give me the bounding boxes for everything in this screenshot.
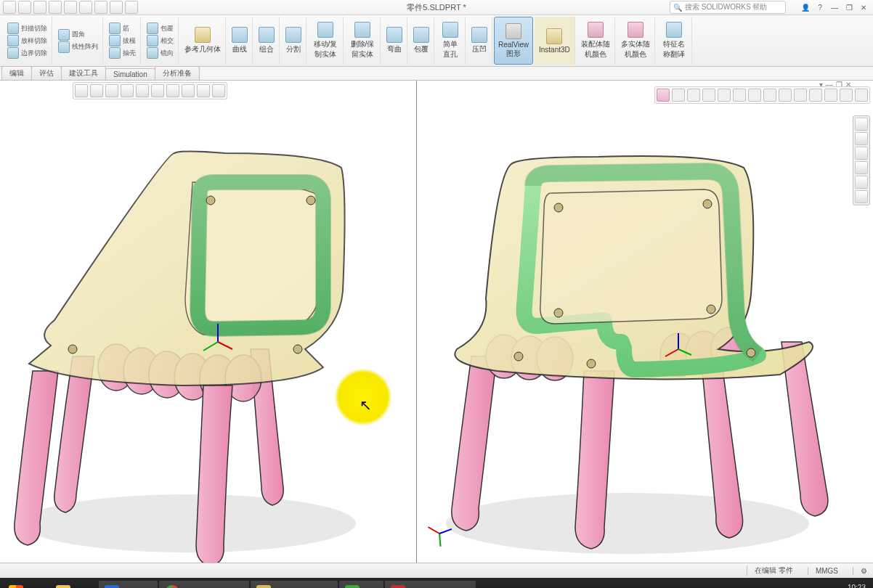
task-pane xyxy=(853,115,870,205)
select-icon[interactable] xyxy=(79,1,92,14)
svg-point-27 xyxy=(747,348,755,357)
ribbon-refgeom[interactable]: 参考几何体 xyxy=(180,17,226,65)
tab-tools[interactable]: 建设工具 xyxy=(61,66,106,80)
svg-point-21 xyxy=(554,203,563,212)
svg-point-7 xyxy=(206,196,215,205)
minimize-button[interactable]: — xyxy=(828,2,841,12)
graphics-area[interactable]: ▾ — ❐ ✕ xyxy=(0,81,873,563)
appearances-icon[interactable] xyxy=(855,176,868,189)
title-bar: 零件5.SLDPRT * 🔍 搜索 SOLIDWORKS 帮助 👤 ? — ❐ … xyxy=(0,0,873,15)
ribbon-wrap2[interactable]: 包覆 xyxy=(409,17,434,65)
close-button[interactable]: ✕ xyxy=(857,2,870,12)
svg-point-14 xyxy=(446,493,809,554)
cortana-icon[interactable]: ◯ xyxy=(78,581,97,588)
maximize-button[interactable]: ❐ xyxy=(842,2,856,12)
design-library-icon[interactable] xyxy=(855,132,868,145)
system-clock[interactable]: 10:232024/11/22 xyxy=(829,584,870,588)
viewport-right[interactable] xyxy=(417,81,853,563)
ribbon-curve[interactable]: 曲线 xyxy=(227,17,253,65)
tab-analysis[interactable]: 分析准备 xyxy=(155,66,200,80)
ribbon-hole[interactable]: 简单直孔 xyxy=(436,17,466,65)
status-mode: 在编辑 零件 xyxy=(747,565,793,576)
ribbon-bodycolor[interactable]: 多实体随机颜色 xyxy=(617,17,655,65)
start-button[interactable] xyxy=(3,581,29,588)
svg-point-22 xyxy=(703,200,712,208)
ribbon-asmcolor[interactable]: 装配体随机颜色 xyxy=(577,17,615,65)
ribbon-delete[interactable]: 删除/保留实体 xyxy=(345,17,381,65)
ribbon-split[interactable]: 分割 xyxy=(281,17,306,65)
ribbon-group-wrap: 包覆 相交 镜向 xyxy=(142,17,179,65)
taskbar-app-solidworks[interactable]: SOLIDWORKS P... xyxy=(385,581,476,588)
file-explorer-icon[interactable] xyxy=(855,147,868,160)
window-controls: 👤 ? — ❐ ✕ xyxy=(799,2,870,12)
viewport-left[interactable] xyxy=(0,81,416,563)
ribbon-movecopy[interactable]: 移动/复制实体 xyxy=(308,17,344,65)
svg-point-9 xyxy=(68,345,77,354)
view-palette-icon[interactable] xyxy=(855,161,868,174)
user-icon[interactable]: 👤 xyxy=(799,2,812,12)
status-bar: 在编辑 零件 MMGS ⚙ xyxy=(0,563,873,578)
search-placeholder: 搜索 SOLIDWORKS 帮助 xyxy=(685,2,767,12)
quick-access-toolbar xyxy=(3,1,138,14)
taskbar-app-wechat[interactable]: 微信 xyxy=(339,581,383,588)
svg-point-24 xyxy=(707,305,715,314)
ribbon-flex[interactable]: 弯曲 xyxy=(382,17,407,65)
taskbar-app-chrome[interactable]: ChatGPT - Goog... xyxy=(159,581,249,588)
ribbon: 扫描切除 放样切除 边界切除 圆角 线性阵列 筋 拔模 抽壳 包覆 相交 镜向 … xyxy=(0,15,873,67)
open-icon[interactable] xyxy=(18,1,31,14)
svg-point-23 xyxy=(554,309,563,317)
search-icon: 🔍 xyxy=(673,4,682,12)
custom-props-icon[interactable] xyxy=(855,190,868,203)
new-icon[interactable] xyxy=(3,1,16,14)
svg-point-10 xyxy=(293,345,302,354)
help-search[interactable]: 🔍 搜索 SOLIDWORKS 帮助 xyxy=(670,1,786,14)
svg-point-26 xyxy=(587,359,596,368)
explorer-icon[interactable] xyxy=(50,581,76,588)
ribbon-translate[interactable]: 特征名称翻译 xyxy=(657,17,692,65)
ribbon-group-cut: 扫描切除 放样切除 边界切除 xyxy=(3,17,52,65)
cursor-icon: ↖ xyxy=(360,396,372,414)
settings-icon[interactable] xyxy=(125,1,138,14)
resources-tab-icon[interactable] xyxy=(855,118,868,131)
ribbon-indent[interactable]: 压凹 xyxy=(467,17,492,65)
taskbar-app-folder[interactable]: F:\微信公众号\1... xyxy=(251,581,337,588)
help-icon[interactable]: ? xyxy=(813,2,827,12)
ribbon-realview[interactable]: RealView 图形 xyxy=(494,17,533,65)
taskbar-app-phone[interactable]: 我的手机 xyxy=(99,581,158,588)
viewport-splitter[interactable] xyxy=(416,81,417,563)
command-tabs: 编辑 评估 建设工具 Simulation 分析准备 xyxy=(0,67,873,81)
options-icon[interactable] xyxy=(110,1,123,14)
tab-evaluate[interactable]: 评估 xyxy=(31,66,62,80)
ribbon-group-fillet: 圆角 线性阵列 xyxy=(54,17,103,65)
ribbon-combine[interactable]: 组合 xyxy=(254,17,280,65)
ribbon-group-rib: 筋 拔模 抽壳 xyxy=(105,17,141,65)
print-icon[interactable] xyxy=(49,1,62,14)
taskview-icon[interactable]: ◧ xyxy=(31,581,49,588)
rebuild-icon[interactable] xyxy=(94,1,107,14)
svg-point-8 xyxy=(306,196,315,205)
status-extras[interactable]: ⚙ xyxy=(853,567,867,575)
undo-icon[interactable] xyxy=(64,1,77,14)
tab-edit[interactable]: 编辑 xyxy=(1,66,32,80)
windows-taskbar: ◧ ◯ 我的手机 ChatGPT - Goog... F:\微信公众号\1...… xyxy=(0,578,873,588)
ribbon-instant3d[interactable]: Instant3D xyxy=(535,17,575,65)
status-units[interactable]: MMGS xyxy=(808,567,838,575)
view-triad xyxy=(424,519,453,548)
save-icon[interactable] xyxy=(33,1,46,14)
svg-point-25 xyxy=(514,352,523,361)
tab-simulation[interactable]: Simulation xyxy=(105,68,155,80)
camera-icon[interactable] xyxy=(855,89,868,102)
document-title: 零件5.SLDPRT * xyxy=(407,2,466,13)
